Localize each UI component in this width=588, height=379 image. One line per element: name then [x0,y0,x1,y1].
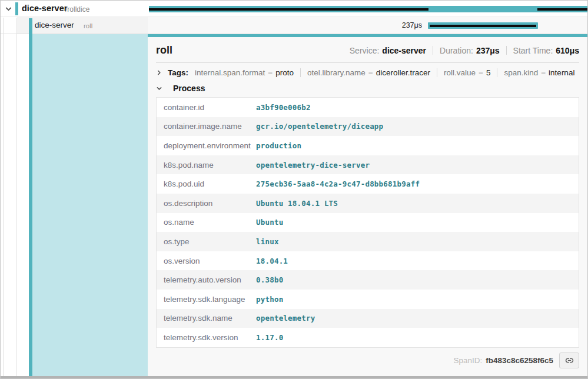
tag-item: internal.span.format=proto [195,68,300,77]
attribute-key: container.id [157,103,256,112]
process-table-row: os.nameUbuntu [157,213,579,232]
attribute-value: 18.04.1 [256,257,288,265]
collapse-children-chevron-icon[interactable] [4,5,12,14]
equals-sign: = [368,68,373,77]
process-table-row: k8s.pod.uid275ecb36-5aa8-4c2a-9c47-d8bb6… [157,174,579,194]
tag-key: internal.span.format [195,68,265,77]
selected-span-tint-block [32,34,148,376]
process-table-row: telemetry.sdk.version1.17.0 [157,328,579,347]
attribute-key: telemetry.sdk.version [157,333,256,342]
attribute-value: Ubuntu [256,218,283,227]
span-overview-metrics: Service: dice-server Duration: 237μs Sta… [350,46,579,55]
attribute-value: gcr.io/opentelemetry/diceapp [256,122,383,131]
spanid-value: fb483c8c6258f6c5 [486,356,553,365]
span-service-name: dice-server [22,4,67,13]
tags-list: internal.span.format=protootel.library.n… [195,68,581,77]
span-service-name: dice-server [35,21,74,29]
attribute-key: telemetry.auto.version [157,275,256,284]
duration-value: 237μs [476,46,500,55]
attribute-value: linux [256,237,279,246]
tag-key: otel.library.name [307,68,366,77]
span-self-time-segment [537,8,587,11]
tag-item: otel.library.name=diceroller.tracer [300,68,437,77]
attribute-value: python [256,295,283,304]
span-self-time-segment [430,25,536,27]
service-label: Service: [350,46,380,55]
attribute-value: 0.38b0 [256,275,283,284]
chevron-right-icon [156,69,162,76]
attribute-key: telemetry.sdk.name [157,314,256,323]
process-table-row: os.typelinux [157,232,579,251]
process-table-row: k8s.pod.nameopentelemetry-dice-server [157,155,579,175]
separator [506,46,507,55]
start-time-label: Start Time: [513,46,553,55]
spanid-label: SpanID: [453,356,482,365]
attribute-key: deployment.environment [157,141,256,150]
span-color-bar [15,2,18,15]
equals-sign: = [541,68,546,77]
span-bar-roll[interactable] [428,22,538,29]
span-operation-name: roll [84,22,92,29]
attribute-key: os.version [157,257,256,265]
separator [433,46,433,55]
span-detail-title: roll [156,44,172,56]
process-table-row: os.descriptionUbuntu 18.04.1 LTS [157,194,579,213]
tag-key: roll.value [444,68,476,77]
process-table-row: os.version18.04.1 [157,251,579,271]
attribute-key: os.description [157,199,256,208]
process-accordion-header[interactable]: Process [156,82,579,97]
span-operation-name: /rolldice [65,5,89,14]
start-time-value: 610μs [556,46,579,55]
tag-value: proto [275,68,294,77]
attribute-key: container.image.name [157,122,256,131]
tag-item: span.kind=internal [497,68,581,77]
attribute-value: opentelemetry [256,314,315,323]
indent-guide [3,18,4,376]
process-table-row: container.image.namegcr.io/opentelemetry… [157,117,579,137]
equals-sign: = [268,68,273,77]
process-label: Process [173,84,205,93]
chevron-down-icon [156,85,162,92]
attribute-key: os.type [157,237,256,246]
tag-item: roll.value=5 [437,68,497,77]
attribute-value: production [256,141,301,150]
tag-value: diceroller.tracer [376,68,430,77]
duration-label: Duration: [440,46,473,55]
attribute-key: os.name [157,218,256,227]
span-duration-label: 237μs [402,21,422,29]
process-table-row: telemetry.sdk.nameopentelemetry [157,309,579,328]
span-detail-header: roll Service: dice-server Duration: 237μ… [156,37,579,63]
deep-link-button[interactable] [559,353,579,368]
indent-guide [16,18,17,376]
service-value: dice-server [382,46,426,55]
span-row-roll[interactable]: dice-server roll 237μs [1,17,587,34]
process-table-row: telemetry.auto.version0.38b0 [157,270,579,290]
attribute-value: opentelemetry-dice-server [256,161,370,169]
equals-sign: = [479,68,483,77]
attribute-key: k8s.pod.name [157,161,256,169]
attribute-value: 1.17.0 [256,333,283,342]
span-row-rolldice[interactable]: dice-server /rolldice [1,1,587,17]
horizontal-scrollbar[interactable] [1,376,587,378]
process-table-row: container.ida3bf90e006b2 [157,98,579,117]
span-bar-rolldice[interactable] [149,6,587,12]
span-detail-footer: SpanID: fb483c8c6258f6c5 [156,348,579,373]
process-table-row: telemetry.sdk.languagepython [157,290,579,309]
tags-label: Tags: [168,68,188,77]
attribute-value: 275ecb36-5aa8-4c2a-9c47-d8bb681b9aff [256,179,420,188]
tag-key: span.kind [504,68,538,77]
span-self-time-segment [149,8,428,11]
trace-timeline-view: dice-server /rolldice dice-server roll 2… [0,0,588,379]
attribute-value: Ubuntu 18.04.1 LTS [256,199,338,208]
tags-accordion-header[interactable]: Tags: internal.span.format=protootel.lib… [156,63,579,82]
process-table-row: deployment.environmentproduction [157,136,579,155]
tag-value: 5 [486,68,491,77]
process-attributes-table: container.ida3bf90e006b2container.image.… [156,97,579,348]
attribute-value: a3bf90e006b2 [256,103,311,112]
attribute-key: telemetry.sdk.language [157,295,256,304]
tag-value: internal [549,68,574,77]
attribute-key: k8s.pod.uid [157,179,256,188]
span-detail-panel: roll Service: dice-server Duration: 237μ… [148,34,587,376]
link-icon [564,355,574,365]
